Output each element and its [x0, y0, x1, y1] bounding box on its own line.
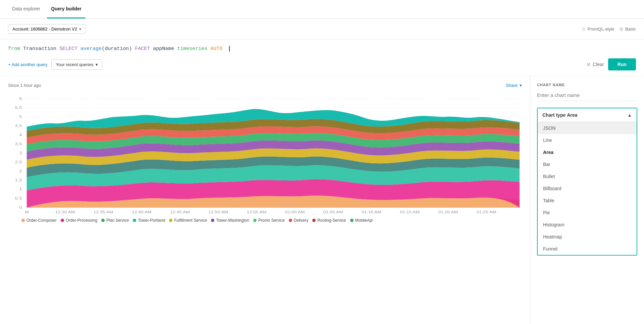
mode-toggle: ⊙ PromQL-style ⊞ Basic — [582, 26, 636, 32]
right-panel: CHART NAME Chart type Area ▲ JSON Line A… — [530, 76, 644, 324]
legend-label: MobileApi — [355, 218, 373, 223]
legend-item: Tower-Portland — [133, 218, 165, 223]
chart-panel: Since 1 hour ago Share ▾ 6 5.5 5 4.5 4 3… — [0, 76, 530, 324]
chart-type-option-bar[interactable]: Bar — [538, 158, 637, 170]
svg-text:12:35 AM: 12:35 AM — [94, 210, 113, 214]
chart-name-section-label: CHART NAME — [537, 83, 637, 87]
legend-dot — [101, 219, 105, 222]
promql-mode-btn[interactable]: ⊙ PromQL-style — [582, 26, 614, 32]
svg-text:3: 3 — [19, 151, 22, 155]
account-label: Account: 1606862 - Demotron V2 — [12, 26, 77, 32]
account-bar: Account: 1606862 - Demotron V2 ▾ ⊙ PromQ… — [0, 19, 644, 40]
svg-text:5: 5 — [19, 115, 22, 119]
legend-label: Order-Composer — [26, 218, 57, 223]
svg-text:2: 2 — [19, 169, 22, 173]
clear-circle-icon: ✕ — [586, 61, 591, 68]
promql-icon: ⊙ — [582, 26, 586, 32]
legend-label: Fulfillment Service — [174, 218, 207, 223]
query-select: SELECT — [59, 46, 77, 52]
legend-item: Order-Composer — [21, 218, 57, 223]
share-button[interactable]: Share ▾ — [506, 83, 522, 88]
svg-text:12:30 AM: 12:30 AM — [55, 210, 75, 214]
promql-label: PromQL-style — [588, 26, 614, 32]
chart-type-option-bullet[interactable]: Bullet — [538, 170, 637, 182]
svg-text:3.5: 3.5 — [15, 142, 22, 146]
svg-text:1.5: 1.5 — [15, 178, 22, 182]
add-query-button[interactable]: + Add another query — [8, 59, 47, 70]
chart-header: Since 1 hour ago Share ▾ — [8, 83, 522, 88]
run-button[interactable]: Run — [608, 58, 636, 70]
clear-button[interactable]: ✕ Clear — [586, 61, 604, 68]
query-func: average — [80, 46, 102, 52]
recent-queries-label: Your recent queries — [56, 62, 93, 67]
legend-dot — [61, 219, 64, 222]
chart-type-option-line[interactable]: Line — [538, 134, 637, 146]
legend-dot — [133, 219, 136, 222]
chart-type-option-funnel[interactable]: Funnel — [538, 243, 637, 255]
table-icon: ⊞ — [620, 26, 623, 32]
legend-dot — [350, 219, 354, 222]
account-selector[interactable]: Account: 1606862 - Demotron V2 ▾ — [8, 24, 86, 34]
query-actions-right: ✕ Clear Run — [586, 58, 636, 70]
svg-text:0: 0 — [19, 205, 22, 209]
chart-type-label: Chart type Area — [542, 112, 577, 118]
legend-dot — [169, 219, 172, 222]
query-actions: + Add another query Your recent queries … — [8, 58, 636, 70]
legend-label: Tower-Washington — [216, 218, 249, 223]
svg-text:01:00 AM: 01:00 AM — [285, 210, 305, 214]
legend-dot — [211, 219, 214, 222]
chevron-down-icon: ▾ — [96, 62, 98, 67]
legend-item: Order-Processing — [61, 218, 97, 223]
svg-text:12:40 AM: 12:40 AM — [132, 210, 152, 214]
basic-mode-btn[interactable]: ⊞ Basic — [620, 26, 636, 32]
query-facet: FACET — [135, 46, 150, 52]
top-nav: Data explorer Query builder — [0, 0, 644, 19]
chart-type-dropdown[interactable]: Chart type Area ▲ JSON Line Area Bar Bul… — [537, 108, 637, 256]
chevron-up-icon: ▲ — [627, 112, 632, 118]
legend-dot — [312, 219, 316, 222]
svg-text:12:50 AM: 12:50 AM — [208, 210, 228, 214]
legend-label: Routing-Service — [317, 218, 346, 223]
tab-data-explorer[interactable]: Data explorer — [8, 0, 44, 18]
svg-text:M: M — [25, 210, 29, 214]
chart-area: 6 5.5 5 4.5 4 3.5 3 2.5 2 1.5 1 0.5 0 — [8, 93, 522, 214]
chart-legend: Order-Composer Order-Processing Plan Ser… — [8, 218, 522, 223]
query-text: from Transaction SELECT average(duration… — [8, 45, 636, 53]
legend-label: Order-Processing — [66, 218, 97, 223]
query-timeseries: timeseries — [177, 46, 207, 52]
query-facet-val: appName — [153, 46, 177, 52]
chart-type-option-histogram[interactable]: Histogram — [538, 219, 637, 231]
basic-label: Basic — [625, 26, 636, 32]
chart-type-option-pie[interactable]: Pie — [538, 207, 637, 219]
tab-query-builder[interactable]: Query builder — [47, 0, 86, 18]
recent-queries-button[interactable]: Your recent queries ▾ — [51, 59, 102, 70]
query-entity: Transaction — [23, 46, 59, 52]
main-content: Since 1 hour ago Share ▾ 6 5.5 5 4.5 4 3… — [0, 76, 644, 324]
legend-item: Delivery — [289, 218, 308, 223]
query-timeseries-val: AUTO — [210, 46, 222, 52]
legend-dot — [21, 219, 25, 222]
query-actions-left: + Add another query Your recent queries … — [8, 59, 102, 70]
svg-text:4: 4 — [19, 133, 22, 137]
legend-item: Routing-Service — [312, 218, 346, 223]
svg-text:01:05 AM: 01:05 AM — [323, 210, 343, 214]
legend-item: Plan Service — [101, 218, 129, 223]
chevron-down-icon: ▾ — [520, 83, 522, 88]
legend-item: Tower-Washington — [211, 218, 249, 223]
chart-svg: 6 5.5 5 4.5 4 3.5 3 2.5 2 1.5 1 0.5 0 — [8, 93, 522, 214]
legend-item: Promo Service — [253, 218, 285, 223]
svg-text:5.5: 5.5 — [15, 106, 22, 110]
chart-type-option-area[interactable]: Area — [538, 146, 637, 158]
chart-type-header[interactable]: Chart type Area ▲ — [538, 108, 637, 122]
chart-timerange: Since 1 hour ago — [8, 83, 41, 88]
query-editor: from Transaction SELECT average(duration… — [0, 40, 644, 76]
svg-text:01:15 AM: 01:15 AM — [400, 210, 420, 214]
chart-type-option-billboard[interactable]: Billboard — [538, 182, 637, 195]
legend-label: Tower-Portland — [138, 218, 165, 223]
chart-type-option-table[interactable]: Table — [538, 195, 637, 207]
svg-text:01:25 AM: 01:25 AM — [477, 210, 496, 214]
chart-name-input[interactable] — [537, 90, 637, 101]
query-cursor — [226, 46, 230, 52]
chart-type-option-json[interactable]: JSON — [538, 122, 637, 134]
chart-type-option-heatmap[interactable]: Heatmap — [538, 231, 637, 243]
